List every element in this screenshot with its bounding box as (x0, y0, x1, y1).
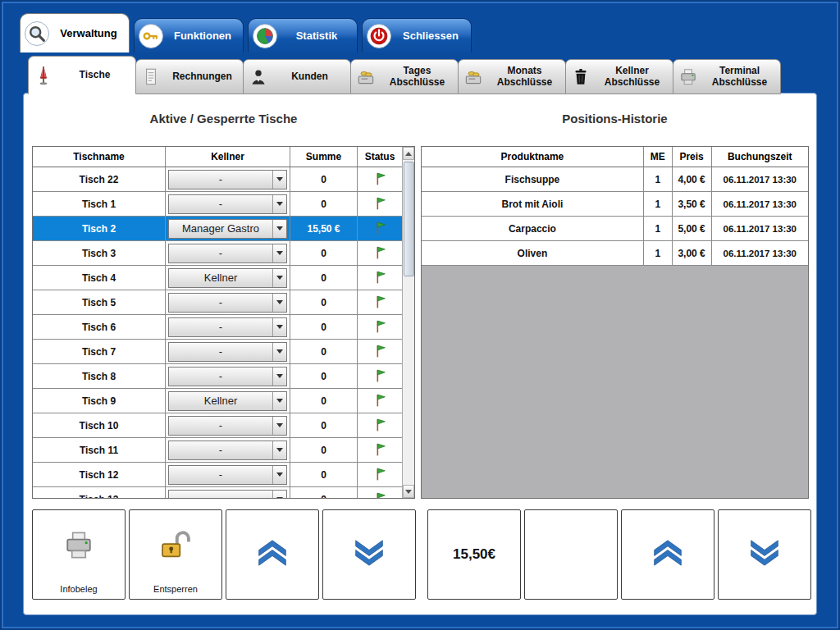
chevron-down-icon[interactable] (272, 244, 286, 262)
status-cell (358, 266, 402, 290)
scrollbar-thumb[interactable] (404, 162, 414, 276)
tab-funktionen[interactable]: Funktionen (134, 18, 244, 52)
tables-table-header: Tischname Kellner Summe Status (33, 147, 402, 167)
status-cell (358, 167, 402, 191)
table-row[interactable]: Tisch 13 - 0 (33, 487, 402, 498)
history-row[interactable]: Brot mit Aioli 1 3,50 € 06.11.2017 13:30 (422, 192, 808, 217)
status-flag-icon (373, 171, 387, 187)
scroll-up-button[interactable] (403, 147, 414, 160)
kellner-dropdown[interactable]: - (168, 465, 287, 485)
table-row[interactable]: Tisch 6 - 0 (33, 315, 402, 340)
table-row[interactable]: Tisch 7 - 0 (33, 340, 402, 364)
kellner-value: - (169, 296, 272, 308)
subtab-tische[interactable]: Tische (28, 56, 136, 94)
product-quantity: 1 (644, 192, 673, 216)
kellner-dropdown[interactable]: - (168, 490, 287, 499)
table-name: Tisch 10 (33, 413, 166, 437)
table-sum: 0 (290, 266, 358, 290)
kellner-dropdown[interactable]: - (168, 416, 287, 436)
chevron-down-icon[interactable] (272, 466, 286, 484)
chevron-down-icon[interactable] (272, 220, 286, 238)
chevron-down-icon[interactable] (272, 392, 286, 410)
kellner-dropdown[interactable]: Kellner (168, 391, 287, 411)
kellner-cell: Kellner (166, 389, 290, 413)
table-row[interactable]: Tisch 10 - 0 (33, 413, 402, 438)
column-header-status: Status (358, 147, 402, 167)
history-row[interactable]: Oliven 1 3,00 € 06.11.2017 13:30 (422, 241, 808, 266)
kellner-dropdown[interactable]: Manager Gastro (168, 219, 287, 239)
kellner-value: - (169, 247, 272, 259)
column-header-kellner: Kellner (166, 147, 290, 167)
table-row[interactable]: Tisch 9 Kellner 0 (33, 389, 402, 413)
table-row[interactable]: Tisch 4 Kellner 0 (33, 266, 402, 290)
sum-button[interactable]: 15,50€ (427, 509, 521, 600)
kellner-dropdown[interactable]: - (168, 194, 287, 214)
table-row[interactable]: Tisch 3 - 0 (33, 241, 402, 266)
trash-icon (569, 66, 592, 89)
tables-scroll-up-button[interactable] (226, 509, 319, 600)
chevron-down-icon[interactable] (272, 294, 286, 312)
chevron-down-icon[interactable] (272, 269, 286, 287)
booking-time: 06.11.2017 13:30 (712, 167, 809, 191)
table-row[interactable]: Tisch 5 - 0 (33, 290, 402, 315)
subtab-label: Tages Abschlüsse (380, 66, 454, 89)
kellner-dropdown[interactable]: - (168, 317, 287, 337)
subtab-terminal-abschluesse[interactable]: Terminal Abschlüsse (673, 59, 781, 94)
subtab-kellner-abschluesse[interactable]: Kellner Abschlüsse (565, 59, 673, 94)
scroll-down-button[interactable] (403, 485, 414, 498)
entsperren-button[interactable]: Entsperren (129, 509, 222, 600)
scrollbar-track[interactable] (403, 160, 414, 485)
table-row[interactable]: Tisch 8 - 0 (33, 364, 402, 389)
empty-button[interactable] (524, 509, 618, 600)
chevron-down-icon[interactable] (272, 441, 286, 459)
table-name: Tisch 6 (33, 315, 166, 339)
table-row[interactable]: Tisch 22 - 0 (33, 167, 402, 192)
table-name: Tisch 1 (33, 192, 166, 216)
kellner-dropdown[interactable]: - (168, 367, 287, 386)
kellner-dropdown[interactable]: - (168, 170, 287, 189)
kellner-dropdown[interactable]: - (168, 441, 287, 460)
tables-scroll-down-button[interactable] (322, 509, 416, 600)
triangle-up-icon (405, 152, 412, 156)
table-sum: 15,50 € (290, 217, 358, 240)
chevron-down-icon[interactable] (272, 417, 286, 435)
table-row[interactable]: Tisch 2 Manager Gastro 15,50 € (33, 217, 402, 241)
cash-icon (462, 66, 485, 89)
table-row[interactable]: Tisch 1 - 0 (33, 192, 402, 217)
kellner-dropdown[interactable]: - (168, 342, 287, 362)
infobeleg-button[interactable]: Infobeleg (32, 509, 126, 600)
kellner-dropdown[interactable]: - (168, 244, 287, 263)
left-table-body: Tisch 22 - 0 Tisch 1 - 0 (33, 167, 402, 498)
table-row[interactable]: Tisch 11 - 0 (33, 438, 402, 463)
double-chevron-down-icon (352, 539, 386, 570)
tab-verwaltung[interactable]: Verwaltung (20, 13, 130, 52)
subtab-monats-abschluesse[interactable]: Monats Abschlüsse (458, 59, 566, 94)
chevron-down-icon[interactable] (272, 195, 286, 213)
chevron-down-icon[interactable] (272, 318, 286, 336)
tab-schliessen[interactable]: Schliessen (362, 18, 472, 52)
history-row[interactable]: Carpaccio 1 5,00 € 06.11.2017 13:30 (422, 217, 808, 241)
table-row[interactable]: Tisch 12 - 0 (33, 463, 402, 487)
kellner-dropdown[interactable]: Kellner (168, 268, 287, 288)
kellner-dropdown[interactable]: - (168, 293, 287, 313)
history-scroll-down-button[interactable] (718, 509, 811, 600)
status-flag-icon (373, 319, 387, 335)
cash-icon (354, 66, 377, 89)
tab-statistik[interactable]: Statistik (248, 18, 358, 52)
history-row[interactable]: Fischsuppe 1 4,00 € 06.11.2017 13:30 (422, 167, 808, 192)
tables-scrollbar[interactable] (402, 147, 414, 498)
status-cell (358, 340, 402, 363)
subtab-kunden[interactable]: Kunden (243, 59, 351, 94)
subtab-label: Kunden (272, 71, 347, 83)
kellner-cell: - (166, 413, 290, 437)
chevron-down-icon[interactable] (272, 171, 286, 189)
column-header-summe: Summe (290, 147, 358, 167)
chevron-down-icon[interactable] (272, 343, 286, 361)
chevron-down-icon[interactable] (272, 368, 286, 386)
subtab-tages-abschluesse[interactable]: Tages Abschlüsse (350, 59, 459, 94)
chevron-down-icon[interactable] (272, 491, 286, 499)
status-flag-icon (373, 393, 387, 409)
subtab-rechnungen[interactable]: Rechnungen (135, 59, 244, 94)
status-flag-icon (373, 270, 387, 285)
history-scroll-up-button[interactable] (621, 509, 714, 600)
